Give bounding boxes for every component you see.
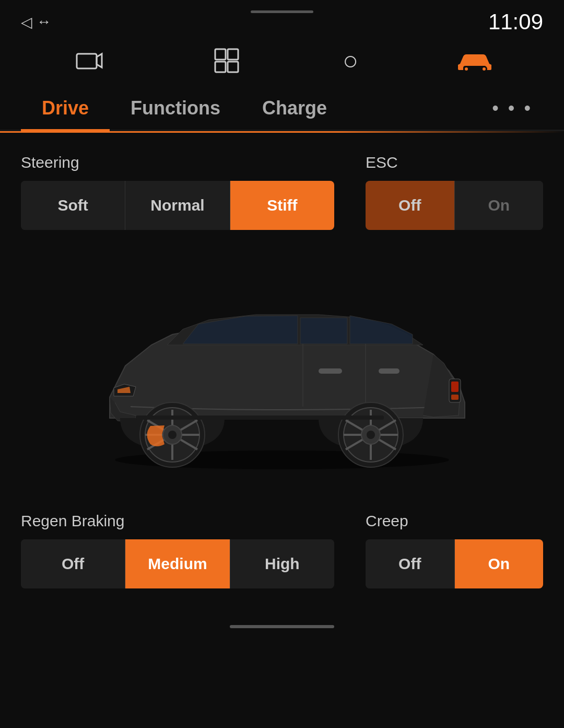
svg-rect-14	[379, 368, 400, 374]
svg-rect-5	[228, 62, 238, 72]
creep-label: Creep	[366, 512, 543, 530]
regen-medium-btn[interactable]: Medium	[125, 539, 230, 588]
creep-button-group: Off On	[366, 539, 543, 588]
regen-creep-section: Regen Braking Off Medium High Creep Off …	[0, 496, 564, 609]
normal-btn[interactable]: Normal	[125, 181, 230, 230]
status-icons: ◁ ↔	[21, 14, 51, 31]
esc-label: ESC	[366, 154, 543, 171]
steering-label: Steering	[21, 154, 334, 171]
home-indicator	[230, 625, 334, 628]
svg-rect-2	[215, 49, 226, 60]
svg-point-9	[483, 67, 486, 71]
creep-control: Creep Off On	[366, 512, 543, 588]
nav-arrow-icon: ◁	[21, 14, 32, 31]
steering-button-group: Soft Normal Stiff	[21, 181, 334, 230]
status-time: 11:09	[488, 9, 543, 34]
regen-button-group: Off Medium High	[21, 539, 334, 588]
camera-nav-icon[interactable]	[68, 45, 110, 76]
regen-off-btn[interactable]: Off	[21, 539, 125, 588]
charge-tab[interactable]: Charge	[241, 87, 348, 130]
top-nav: ○	[0, 40, 564, 87]
creep-off-btn[interactable]: Off	[366, 539, 455, 588]
status-bar: ◁ ↔ 11:09	[0, 0, 564, 40]
svg-marker-1	[97, 54, 102, 67]
svg-point-7	[465, 67, 468, 71]
circle-nav-icon[interactable]: ○	[343, 48, 358, 74]
steering-control: Steering Soft Normal Stiff	[21, 154, 334, 230]
esc-on-btn[interactable]: On	[455, 181, 544, 230]
car-illustration	[68, 272, 496, 470]
svg-rect-13	[319, 368, 342, 374]
grid-nav-icon[interactable]	[206, 45, 248, 76]
more-tab[interactable]: • • •	[481, 87, 543, 130]
steering-esc-section: Steering Soft Normal Stiff ESC Off On	[0, 133, 564, 246]
svg-rect-3	[228, 49, 238, 60]
tab-bar: Drive Functions Charge • • •	[0, 87, 564, 131]
functions-tab[interactable]: Functions	[110, 87, 241, 130]
svg-rect-4	[215, 62, 226, 72]
creep-on-btn[interactable]: On	[455, 539, 544, 588]
svg-point-33	[367, 431, 375, 439]
svg-rect-17	[451, 395, 459, 400]
car-nav-icon[interactable]	[454, 45, 496, 76]
stiff-btn[interactable]: Stiff	[230, 181, 334, 230]
car-image-section	[0, 246, 564, 496]
regen-high-btn[interactable]: High	[230, 539, 334, 588]
esc-control: ESC Off On	[366, 154, 543, 230]
esc-button-group: Off On	[366, 181, 543, 230]
bluetooth-icon: ↔	[37, 14, 51, 30]
svg-point-25	[168, 431, 177, 439]
regen-label: Regen Braking	[21, 512, 334, 530]
svg-rect-34	[136, 415, 384, 420]
soft-btn[interactable]: Soft	[21, 181, 125, 230]
esc-off-btn[interactable]: Off	[366, 181, 455, 230]
regen-control: Regen Braking Off Medium High	[21, 512, 334, 588]
svg-rect-0	[77, 54, 97, 68]
svg-rect-16	[451, 382, 459, 392]
home-pill-top	[251, 10, 313, 13]
drive-tab[interactable]: Drive	[21, 87, 110, 130]
